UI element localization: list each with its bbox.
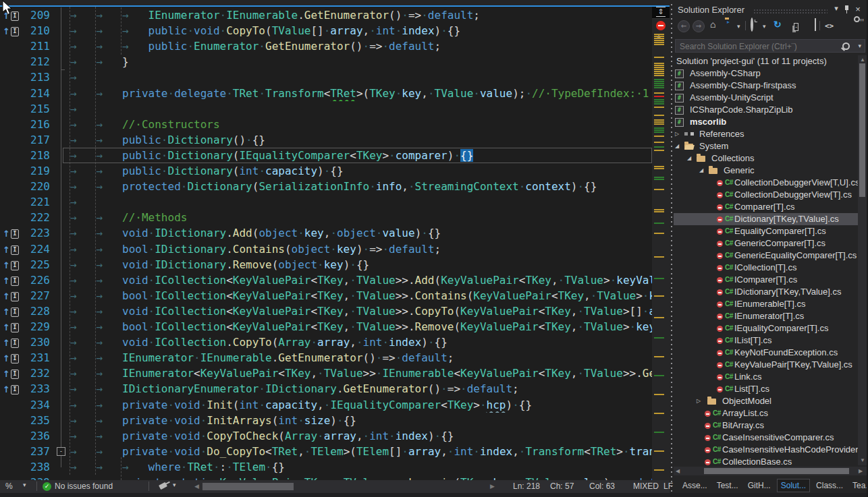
collapse-arrow-icon[interactable]: ◢: [675, 140, 679, 152]
tree-item[interactable]: C#CaseInsensitiveHashCodeProvider.cs: [674, 444, 859, 456]
line-number[interactable]: 234: [23, 397, 50, 413]
tree-item[interactable]: C#IList[T].cs: [674, 334, 859, 347]
tree-item[interactable]: Solution 'project-gui' (11 of 11 project…: [674, 55, 859, 67]
line-number[interactable]: 230: [23, 334, 50, 350]
line-number[interactable]: 218: [23, 148, 50, 163]
line-number[interactable]: 235: [23, 413, 50, 428]
line-number[interactable]: 211: [23, 38, 50, 54]
panel-tab-gith[interactable]: GitH...: [744, 479, 774, 492]
expand-arrow-icon[interactable]: ▷: [697, 395, 701, 407]
panel-tab-class[interactable]: Class...: [813, 479, 846, 492]
implements-glyph-icon[interactable]: ↑I: [3, 337, 20, 347]
zoom-caret-icon[interactable]: ▾: [23, 481, 26, 488]
scroll-down-arrow-icon[interactable]: ▼: [860, 457, 865, 463]
tree-item[interactable]: C#GenericComparer[T].cs: [674, 237, 859, 250]
expand-arrow-icon[interactable]: ▷: [675, 128, 679, 140]
line-number[interactable]: 212: [23, 54, 50, 69]
code-line-215[interactable]: 215→: [0, 101, 652, 117]
vscroll-thumb[interactable]: [859, 63, 865, 197]
line-number[interactable]: 227: [23, 288, 50, 303]
tree-item[interactable]: #mscorlib: [674, 116, 859, 128]
line-number[interactable]: 238: [23, 459, 50, 475]
line-number[interactable]: 229: [23, 319, 50, 334]
tree-item[interactable]: C#CaseInsensitiveComparer.cs: [674, 432, 859, 444]
tree-item[interactable]: #Assembly-CSharp-firstpass: [674, 80, 859, 92]
code-line-219[interactable]: 219→ → public·Dictionary(int·capacity)·{…: [0, 163, 652, 179]
tree-vertical-scrollbar[interactable]: ▲ ▼: [858, 55, 867, 465]
code-cleanup-caret-icon[interactable]: ▾: [173, 481, 176, 488]
hscroll-thumb[interactable]: [704, 468, 849, 474]
panel-tab-solut[interactable]: Solut...: [777, 479, 810, 492]
tree-item[interactable]: C#IDictionary[TKey,TValue].cs: [674, 286, 859, 298]
line-number[interactable]: 239: [23, 475, 50, 480]
tree-item[interactable]: C#CollectionBase.cs: [674, 456, 859, 465]
code-line-218[interactable]: 218→ → public·Dictionary(IEqualityCompar…: [0, 148, 652, 163]
implements-glyph-icon[interactable]: ↑I: [3, 321, 20, 332]
hscroll-left-arrow-icon[interactable]: ◀: [194, 483, 199, 490]
tree-item[interactable]: C#BitArray.cs: [674, 419, 859, 432]
panel-tab-tea[interactable]: Tea...: [849, 479, 868, 492]
search-caret-icon[interactable]: ▾: [858, 42, 861, 49]
code-line-237[interactable]: 237→ → private·void·Do_CopyTo<TRet,·TEle…: [0, 444, 652, 459]
implements-glyph-icon[interactable]: ↑I: [3, 352, 20, 363]
tree-item[interactable]: C#CollectionDebuggerView[T,U].cs: [674, 177, 859, 189]
tree-item[interactable]: C#Link.cs: [674, 371, 859, 383]
line-number[interactable]: 223: [23, 225, 50, 241]
code-line-234[interactable]: 234→ → private·void·Init(int·capacity,·I…: [0, 397, 652, 413]
close-icon[interactable]: ×: [853, 4, 863, 14]
code-line-214[interactable]: 214→ → private·delegate·TRet·Transform<T…: [0, 86, 652, 101]
line-number[interactable]: 226: [23, 272, 50, 288]
zoom-level-control[interactable]: %: [5, 481, 13, 491]
line-number[interactable]: 215: [23, 101, 50, 117]
tree-item[interactable]: C#KeyValuePair[TKey,TValue].cs: [674, 359, 859, 371]
line-number[interactable]: 217: [23, 132, 50, 148]
code-line-235[interactable]: 235→ → private·void·InitArrays(int·size)…: [0, 413, 652, 428]
code-line-216[interactable]: 216→ → //·Constructors: [0, 117, 652, 132]
code-line-210[interactable]: ↑I210→ → → public·void·CopyTo(TValue[]·a…: [0, 23, 652, 38]
implements-glyph-icon[interactable]: ↑I: [3, 274, 20, 285]
code-line-232[interactable]: ↑I232→ → IEnumerator<KeyValuePair<TKey,·…: [0, 366, 652, 381]
scroll-left-arrow-icon[interactable]: ◀: [676, 468, 680, 474]
tree-item[interactable]: ◢Generic: [674, 165, 859, 177]
implements-glyph-icon[interactable]: ↑I: [3, 25, 20, 36]
scroll-right-arrow-icon[interactable]: ▶: [859, 468, 863, 474]
line-number[interactable]: 233: [23, 381, 50, 397]
tree-item[interactable]: #Assembly-UnityScript: [674, 92, 859, 104]
code-line-233[interactable]: ↑I233→ → IDictionaryEnumerator·IDictiona…: [0, 381, 652, 397]
tree-item[interactable]: C#GenericEqualityComparer[T].cs: [674, 250, 859, 262]
code-line-212[interactable]: 212→ → }: [0, 54, 652, 69]
show-all-files-button[interactable]: [815, 18, 816, 31]
tree-item[interactable]: #Assembly-CSharp: [674, 67, 859, 80]
line-number[interactable]: 231: [23, 350, 50, 366]
health-status-label[interactable]: No issues found: [55, 481, 113, 491]
code-cleanup-broom-icon[interactable]: [159, 482, 167, 490]
tree-item[interactable]: C#CollectionDebuggerView[T].cs: [674, 189, 859, 201]
tree-item[interactable]: C#List[T].cs: [674, 383, 859, 395]
line-number[interactable]: 236: [23, 428, 50, 444]
collapse-arrow-icon[interactable]: ◢: [699, 165, 703, 177]
code-line-228[interactable]: ↑I228→ → void·ICollection<KeyValuePair<T…: [0, 303, 652, 319]
refresh-button[interactable]: ↻: [774, 19, 782, 30]
code-line-239[interactable]: 239→ → private·static·KeyValuePair<TKey,…: [0, 475, 652, 480]
code-line-227[interactable]: ↑I227→ → bool·ICollection<KeyValuePair<T…: [0, 288, 652, 303]
view-code-button[interactable]: <>: [825, 20, 834, 32]
switch-views-caret-icon[interactable]: ▾: [737, 23, 740, 30]
tree-item[interactable]: ▷References: [674, 128, 859, 140]
line-number[interactable]: 232: [23, 366, 50, 381]
search-input[interactable]: [678, 40, 836, 53]
line-number[interactable]: 222: [23, 210, 50, 225]
tree-item[interactable]: ◢System: [674, 140, 859, 152]
line-number[interactable]: 220: [23, 179, 50, 194]
hscroll-right-arrow-icon[interactable]: ▶: [490, 483, 495, 490]
code-line-213[interactable]: 213→: [0, 69, 652, 85]
code-line-223[interactable]: ↑I223→ → void·IDictionary.Add(object·key…: [0, 225, 652, 241]
code-line-231[interactable]: ↑I231→ → IEnumerator·IEnumerable.GetEnum…: [0, 350, 652, 366]
code-line-224[interactable]: ↑I224→ → bool·IDictionary.Contains(objec…: [0, 241, 652, 257]
implements-glyph-icon[interactable]: ↑I: [3, 259, 20, 270]
line-number[interactable]: 209: [23, 7, 50, 23]
code-line-238[interactable]: 238→ → → where·TRet·:·TElem·{}: [0, 459, 652, 475]
tree-item[interactable]: #ICSharpCode.SharpZipLib: [674, 104, 859, 116]
implements-glyph-icon[interactable]: ↑I: [3, 243, 20, 254]
code-line-217[interactable]: 217→ → public·Dictionary()·{}: [0, 132, 652, 148]
line-number[interactable]: 228: [23, 303, 50, 319]
